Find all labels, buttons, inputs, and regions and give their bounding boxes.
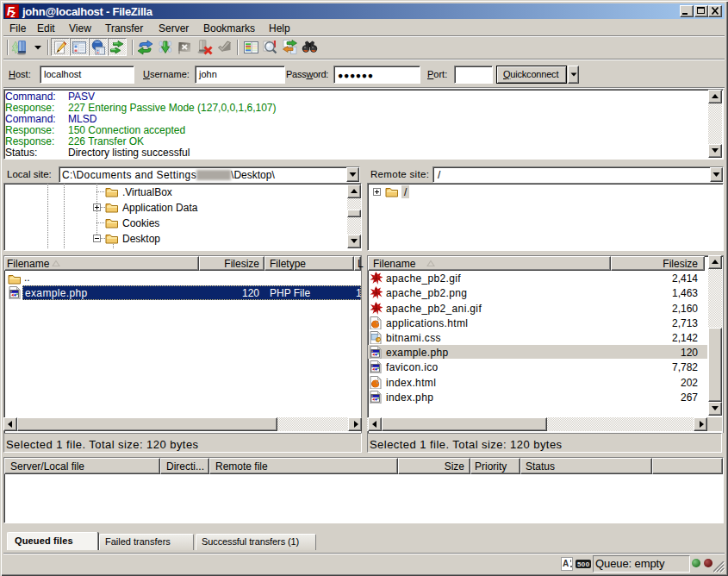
svg-text:z: z bbox=[10, 9, 16, 19]
